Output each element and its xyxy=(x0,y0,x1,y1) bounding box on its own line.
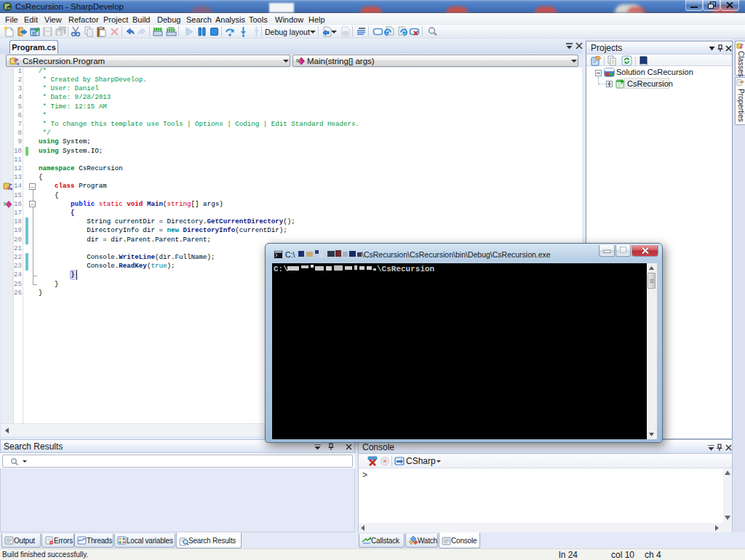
svg-text:io: io xyxy=(7,6,10,10)
